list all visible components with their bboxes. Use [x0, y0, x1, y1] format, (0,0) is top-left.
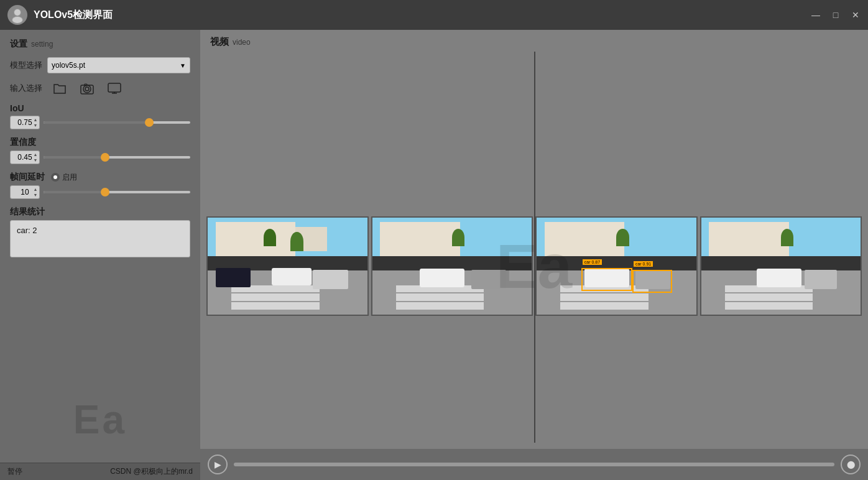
frame-thumb[interactable]: [101, 188, 109, 196]
chevron-down-icon: ▼: [180, 62, 186, 69]
car-gray-2: [471, 270, 506, 289]
tree-1: [290, 232, 303, 251]
detection-label-2: car 0.91: [634, 261, 653, 267]
frame-canvas-1: [208, 218, 367, 315]
progress-bar[interactable]: [234, 463, 834, 466]
status-right: CSDN @积极向上的mr.d: [110, 466, 193, 477]
app-avatar: [7, 5, 27, 25]
enable-label: 启用: [62, 172, 77, 183]
input-row: 输入选择: [10, 81, 190, 96]
video-frame-3: car 0.87 car 0.91: [535, 216, 698, 316]
building-2: [380, 222, 459, 256]
frame-slider[interactable]: [44, 191, 190, 193]
conf-down-btn[interactable]: ▼: [32, 157, 39, 163]
car-gray-1: [313, 270, 348, 289]
video-subtitle: video: [233, 38, 251, 47]
video-frame-4: [700, 216, 862, 316]
conf-spinners: ▲ ▼: [32, 151, 39, 164]
stripe: [231, 293, 319, 301]
iou-section: IoU 0.75 ▲ ▼: [10, 103, 190, 129]
input-icons: [52, 81, 122, 96]
left-panel: 设置 setting 模型选择 yolov5s.pt ▼ 输入选择: [0, 30, 200, 480]
iou-value: 0.75: [17, 118, 32, 127]
iou-up-btn[interactable]: ▲: [32, 117, 39, 122]
frame-fill: [44, 191, 105, 193]
enable-radio[interactable]: [51, 173, 60, 182]
stripe: [396, 302, 484, 310]
svg-rect-8: [108, 83, 121, 92]
stop-icon: ⬤: [847, 460, 855, 469]
frame-up-btn[interactable]: ▲: [32, 187, 39, 192]
video-frame-1: [206, 216, 369, 316]
frame-label-row: 帧间延时 启用: [10, 172, 190, 183]
conf-section: 置信度 0.45 ▲ ▼: [10, 137, 190, 164]
play-icon: ▶: [215, 459, 221, 469]
svg-point-2: [14, 9, 21, 16]
screen-icon[interactable]: [107, 81, 122, 96]
iou-slider[interactable]: [44, 121, 190, 124]
stop-button[interactable]: ⬤: [841, 455, 861, 474]
watermark: Ea: [73, 397, 127, 443]
status-bar: 暂停 CSDN @积极向上的mr.d: [0, 463, 200, 480]
maximize-button[interactable]: □: [831, 10, 841, 20]
car-white-1: [272, 268, 312, 285]
conf-value: 0.45: [17, 153, 32, 162]
crosswalk-1: [231, 285, 319, 310]
svg-point-4: [83, 85, 91, 93]
frame-delay-label: 帧间延时: [10, 172, 45, 183]
folder-icon[interactable]: [52, 81, 67, 96]
frame-slider-row: 10 ▲ ▼: [10, 185, 190, 199]
stripe: [560, 302, 648, 310]
frame-down-btn[interactable]: ▼: [32, 192, 39, 198]
settings-label: 设置: [10, 39, 27, 50]
conf-slider[interactable]: [44, 156, 190, 159]
car-white-4: [757, 269, 801, 287]
tree-4: [781, 229, 794, 246]
play-button[interactable]: ▶: [208, 455, 228, 474]
frame-input[interactable]: 10 ▲ ▼: [10, 185, 40, 199]
frame-section: 帧间延时 启用 10 ▲ ▼: [10, 172, 190, 199]
right-panel: 视频 video Ea: [200, 30, 868, 480]
frame-canvas-3: car 0.87 car 0.91: [537, 218, 696, 315]
stripe: [560, 293, 648, 301]
conf-input[interactable]: 0.45 ▲ ▼: [10, 150, 40, 164]
conf-up-btn[interactable]: ▲: [32, 152, 39, 157]
iou-label: IoU: [10, 103, 190, 113]
svg-point-5: [85, 87, 89, 91]
model-label: 模型选择: [10, 60, 42, 71]
result-label: 结果统计: [10, 206, 190, 218]
close-button[interactable]: ✕: [851, 10, 861, 20]
conf-thumb[interactable]: [101, 153, 109, 162]
iou-thumb[interactable]: [145, 118, 154, 127]
result-box: car: 2: [10, 220, 190, 257]
settings-subtitle: setting: [31, 40, 53, 48]
separator-line: [534, 52, 535, 443]
frame-canvas-4: [701, 218, 861, 315]
conf-label: 置信度: [10, 137, 190, 148]
titlebar: YOLOv5检测界面 — □ ✕: [0, 0, 868, 30]
app-title: YOLOv5检测界面: [34, 9, 811, 22]
car-gray-4: [805, 270, 836, 289]
video-controls: ▶ ⬤: [200, 449, 868, 480]
video-header: 视频 video: [200, 30, 868, 52]
tree-3: [616, 229, 629, 246]
result-section: 结果统计 car: 2: [10, 206, 190, 257]
model-value: yolov5s.pt: [52, 61, 85, 70]
minimize-button[interactable]: —: [811, 10, 821, 20]
crosswalk-2: [396, 285, 484, 310]
iou-input[interactable]: 0.75 ▲ ▼: [10, 116, 40, 129]
car-white-2: [420, 269, 464, 287]
svg-point-3: [12, 17, 22, 23]
stripe: [396, 293, 484, 301]
camera-icon[interactable]: [80, 81, 95, 96]
iou-down-btn[interactable]: ▼: [32, 122, 39, 128]
frame-spinners: ▲ ▼: [32, 186, 39, 198]
stripe: [725, 302, 813, 310]
status-left: 暂停: [7, 466, 110, 477]
result-content: car: 2: [17, 226, 37, 235]
building-3: [545, 222, 624, 256]
detection-box-1: car 0.87: [581, 268, 632, 291]
frame-value: 10: [21, 188, 29, 196]
model-select[interactable]: yolov5s.pt ▼: [47, 57, 190, 73]
iou-slider-row: 0.75 ▲ ▼: [10, 116, 190, 129]
